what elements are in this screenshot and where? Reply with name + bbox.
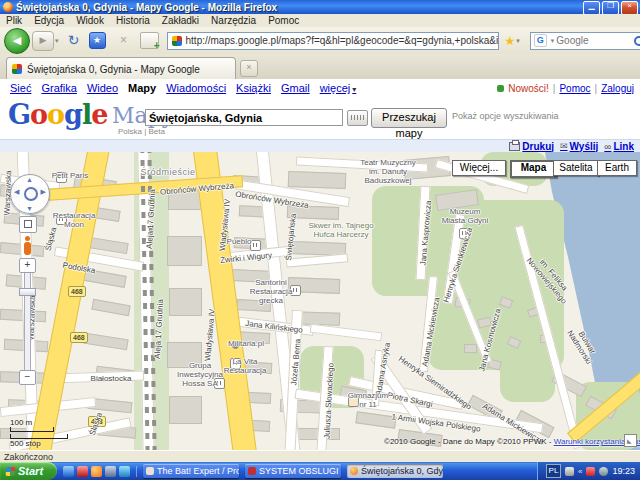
search-icon[interactable] [634, 36, 640, 46]
earth-view-button[interactable]: Earth [597, 160, 637, 176]
forward-button[interactable]: ▶ [32, 31, 54, 51]
pan-down-icon[interactable]: ▼ [26, 205, 33, 212]
tab-title: Świętojańska 0, Gdynia - Mapy Google [27, 64, 200, 75]
task-thebat[interactable]: The Bat! Expert / Pro [143, 464, 239, 478]
desktop-icon[interactable] [105, 466, 116, 477]
tray-collapse-icon[interactable]: « [578, 467, 582, 476]
clock[interactable]: 19:23 [612, 466, 635, 476]
link-gmail[interactable]: Gmail [281, 82, 310, 94]
stop-button[interactable]: × [116, 33, 132, 49]
google-logo-letter: l [82, 99, 91, 130]
restaurant-icon[interactable] [56, 172, 67, 183]
minimize-button[interactable]: ▁ [583, 1, 600, 15]
maximize-button[interactable]: ❐ [602, 1, 619, 15]
link-mapy[interactable]: Mapy [128, 82, 156, 94]
zoom-out-button[interactable]: − [19, 370, 36, 385]
restaurant-icon[interactable] [250, 240, 261, 251]
more-layers-button[interactable]: Więcej... [452, 160, 506, 176]
pan-center-icon[interactable] [24, 187, 38, 201]
link-wiecej[interactable]: więcej [320, 82, 357, 94]
close-button[interactable]: × [621, 1, 638, 15]
restaurant-icon[interactable] [56, 214, 67, 225]
menu-bar: Plik Edycja Widok Historia Zakładki Narz… [0, 14, 640, 28]
web-search-input[interactable] [554, 34, 633, 47]
menu-historia[interactable]: Historia [116, 15, 150, 26]
news-link[interactable]: Nowości! [508, 83, 549, 94]
link-ksiazki[interactable]: Książki [236, 82, 271, 94]
volume-muted-icon[interactable] [586, 467, 595, 476]
street-view-pegman[interactable] [22, 236, 33, 256]
menu-pomoc[interactable]: Pomoc [268, 15, 299, 26]
overview-map-toggle[interactable] [624, 434, 637, 447]
reload-button[interactable]: ↻ [65, 32, 83, 50]
link-wiadomosci[interactable]: Wiadomości [166, 82, 226, 94]
satellite-view-button[interactable]: Satelita [553, 160, 599, 176]
start-button[interactable]: Start [0, 462, 57, 480]
tray-status-icon[interactable] [599, 467, 608, 476]
thebat-task-icon [146, 467, 154, 475]
taskbar: Start The Bat! Expert / Pro SYSTEM OBSLU… [0, 462, 640, 480]
map-canvas: 468468468ŚródmieścieObrońców WybrzeżaObr… [0, 152, 640, 450]
close-tab-button[interactable]: × [240, 60, 258, 77]
link-link[interactable]: ∞Link [604, 141, 634, 152]
restaurant-icon[interactable] [230, 358, 241, 369]
search-options-link[interactable]: Pokaż opcje wyszukiwania [452, 111, 559, 121]
bookmarks-button[interactable]: ★ [89, 32, 106, 49]
pan-up-icon[interactable]: ▲ [26, 176, 33, 183]
ie-icon-2[interactable] [119, 466, 130, 477]
zoom-slider-track[interactable] [24, 272, 31, 371]
new-tab-button[interactable]: + [140, 32, 159, 49]
menu-plik[interactable]: Plik [6, 15, 22, 26]
history-dropdown-icon[interactable]: ▾ [55, 37, 59, 45]
school-icon[interactable] [348, 396, 359, 407]
search-maps-button[interactable]: Przeszukaj mapy [371, 108, 447, 128]
menu-widok[interactable]: Widok [76, 15, 104, 26]
thebat-icon[interactable] [77, 466, 88, 477]
printer-tray-icon[interactable] [565, 467, 574, 476]
zoom-in-button[interactable]: + [19, 258, 36, 273]
museum-icon[interactable] [459, 228, 470, 239]
map-building [83, 333, 128, 351]
map-pan-control[interactable]: ▲ ▼ ◀ ▶ [10, 174, 50, 214]
task-firefox-active[interactable]: Świętojańska 0, Gdyn... [347, 464, 443, 478]
zoom-slider-handle[interactable] [19, 288, 36, 296]
map-query-input[interactable] [146, 110, 342, 125]
tab-mapy-google[interactable]: Świętojańska 0, Gdynia - Mapy Google [6, 57, 236, 80]
link-siec[interactable]: Sieć [10, 82, 31, 94]
help-link[interactable]: Pomoc [559, 83, 590, 94]
bookmark-dropdown-icon[interactable]: ▾ [516, 37, 520, 45]
menu-narzedzia[interactable]: Narzędzia [211, 15, 256, 26]
send-link[interactable]: ✉Wyślij [560, 141, 598, 152]
firefox-quicklaunch-icon[interactable] [91, 466, 102, 477]
search-box[interactable]: G ▾ [530, 32, 640, 50]
google-search-engine-icon[interactable]: G [534, 34, 547, 47]
map-search-field[interactable] [145, 109, 343, 126]
envelope-icon: ✉ [560, 141, 568, 151]
login-link[interactable]: Zaloguj [601, 83, 634, 94]
back-button[interactable]: ◀ [4, 28, 30, 54]
navigation-toolbar: ◀ ▶ ▾ ↻ ★ × + http://maps.google.pl/maps… [0, 27, 640, 55]
url-bar[interactable]: http://maps.google.pl/maps?f=q&hl=pl&geo… [167, 32, 499, 50]
menu-zakladki[interactable]: Zakładki [162, 15, 199, 26]
ie-icon[interactable] [63, 466, 74, 477]
map-scale: 100 m 500 stóp [10, 418, 68, 448]
reset-view-button[interactable] [19, 216, 37, 233]
pan-right-icon[interactable]: ▶ [41, 188, 46, 196]
link-wideo[interactable]: Wideo [87, 82, 118, 94]
poi-icon[interactable] [232, 342, 239, 349]
menu-edycja[interactable]: Edycja [34, 15, 64, 26]
bookmark-star-icon[interactable]: ★ [505, 34, 516, 48]
language-indicator[interactable]: PL [546, 464, 561, 478]
map-building [79, 268, 126, 288]
keyboard-icon[interactable] [347, 110, 368, 126]
office-icon[interactable] [214, 378, 225, 389]
map-view-button[interactable]: Mapa [510, 160, 557, 178]
map-viewport[interactable]: 468468468ŚródmieścieObrońców WybrzeżaObr… [0, 152, 640, 450]
restaurant-icon[interactable] [290, 285, 301, 296]
map-road [310, 324, 383, 342]
pan-left-icon[interactable]: ◀ [14, 188, 19, 196]
print-link[interactable]: Drukuj [509, 141, 554, 152]
window-titlebar[interactable]: Świętojańska 0, Gdynia - Mapy Google - M… [0, 0, 640, 14]
task-system-obslugi[interactable]: SYSTEM OBSLUGI BIURA... [245, 464, 341, 478]
link-grafika[interactable]: Grafika [41, 82, 76, 94]
